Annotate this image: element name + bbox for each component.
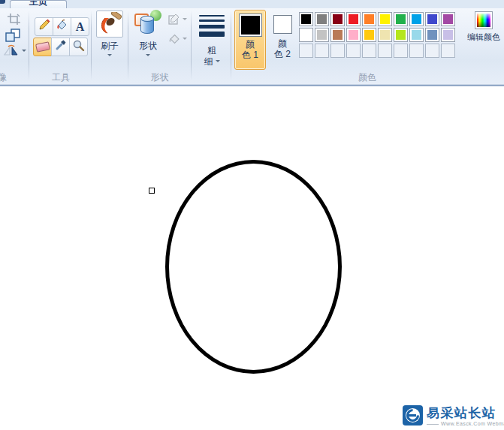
shapes-group-label: 形状 [128, 72, 191, 83]
group-separator [191, 11, 192, 80]
color-swatch-empty[interactable] [425, 44, 439, 58]
drawing-canvas[interactable] [0, 86, 504, 430]
color-swatch[interactable] [330, 12, 345, 26]
edit-colors-icon [475, 11, 493, 29]
color-swatch[interactable] [409, 12, 424, 26]
edit-colors-label: 编辑颜色 [467, 32, 500, 43]
shapes-dropdown-arrow [146, 54, 150, 59]
drawn-ellipse [165, 160, 342, 374]
size-icon [199, 14, 225, 38]
shapes-button-label: 形状 [139, 41, 157, 51]
rotate-button[interactable] [3, 44, 26, 59]
brush-icon [96, 11, 123, 38]
color2-button[interactable]: 颜 色 2 [268, 10, 297, 70]
size-dropdown-arrow [216, 60, 220, 65]
color-swatch[interactable] [394, 28, 408, 42]
watermark: 易采站长站 Www.Easck.Com Webmaster [403, 404, 504, 428]
tools-row-1: A [35, 17, 89, 36]
color-swatch-empty[interactable] [362, 44, 376, 58]
crop-button[interactable] [7, 13, 22, 29]
shapes-gallery-button[interactable]: 形状 [132, 10, 164, 59]
magnifier-tool-button[interactable] [69, 38, 88, 56]
shape-outline-icon [168, 13, 181, 29]
color-swatch[interactable] [394, 12, 408, 26]
tab-home-label: 主页 [29, 0, 47, 8]
shape-fill-icon [168, 32, 181, 48]
window-corner-fragment [0, 0, 5, 4]
color-swatch[interactable] [409, 28, 424, 42]
size-label-line2: 细 [204, 56, 220, 67]
fill-tool-button[interactable] [53, 17, 71, 36]
color-swatch-empty[interactable] [346, 44, 361, 58]
magnifier-icon [72, 39, 85, 55]
resize-button[interactable] [5, 29, 22, 46]
shape-outline-dropdown-arrow [183, 18, 187, 23]
image-group-label: 像 [0, 72, 10, 83]
color-picker-tool-button[interactable] [51, 38, 70, 56]
brushes-button[interactable]: 刷子 [93, 11, 126, 59]
tools-group-label: 工具 [34, 72, 88, 83]
color-swatch[interactable] [346, 28, 361, 42]
edit-colors-button[interactable]: 编辑颜色 [464, 11, 503, 43]
color-swatch[interactable] [299, 12, 313, 26]
text-icon: A [76, 21, 85, 33]
color1-label: 颜 色 1 [242, 39, 258, 60]
watermark-subtitle: Www.Easck.Com Webmaster [441, 421, 504, 426]
color1-button[interactable]: 颜 色 1 [234, 10, 266, 70]
color-swatch[interactable] [362, 28, 376, 42]
crop-icon [7, 15, 22, 28]
color2-swatch [276, 17, 290, 32]
shape-fill-button[interactable] [166, 32, 189, 48]
color-palette [299, 12, 455, 58]
size-button[interactable]: 粗 细 [195, 11, 229, 67]
paint-bucket-icon [56, 19, 68, 35]
color2-label: 颜 色 2 [274, 38, 291, 59]
color-swatch-empty[interactable] [330, 44, 345, 58]
colors-group-label: 颜色 [231, 72, 504, 83]
color1-swatch-frame [239, 14, 262, 37]
brushes-dropdown-arrow [107, 54, 112, 59]
tools-row-2 [33, 38, 88, 56]
color2-swatch-frame [273, 15, 292, 34]
shape-outline-button[interactable] [166, 12, 189, 29]
color-swatch[interactable] [346, 12, 361, 26]
color-swatch[interactable] [362, 12, 376, 26]
size-label-line1: 粗 [207, 45, 216, 56]
brushes-label: 刷子 [101, 41, 119, 51]
color-swatch-empty[interactable] [299, 44, 313, 58]
eraser-tool-button[interactable] [33, 38, 52, 56]
color-swatch[interactable] [441, 28, 455, 42]
color-swatch[interactable] [315, 28, 329, 42]
color-swatch[interactable] [299, 28, 313, 42]
canvas-marker-square [149, 188, 155, 194]
color-swatch[interactable] [441, 12, 455, 26]
tab-home[interactable]: 主页 [10, 0, 67, 8]
shape-fill-dropdown-arrow [183, 38, 187, 42]
color-swatch[interactable] [330, 28, 345, 42]
color-swatch-empty[interactable] [441, 44, 455, 58]
group-separator [91, 11, 92, 80]
rotate-icon [3, 44, 20, 59]
color-swatch-empty[interactable] [409, 44, 424, 58]
group-separator [128, 11, 128, 80]
color-swatch[interactable] [315, 12, 329, 26]
color-swatch[interactable] [425, 28, 439, 42]
watermark-dash [427, 424, 439, 425]
text-tool-button[interactable]: A [71, 17, 89, 36]
color-swatch-empty[interactable] [315, 44, 329, 58]
easck-logo-icon [403, 405, 423, 428]
color-swatch-empty[interactable] [378, 44, 392, 58]
pencil-tool-button[interactable] [35, 17, 53, 36]
resize-icon [5, 32, 22, 45]
group-separator [29, 11, 29, 80]
color1-swatch [241, 16, 260, 35]
watermark-title: 易采站长站 [427, 404, 496, 422]
color-swatch[interactable] [378, 12, 392, 26]
pencil-icon [38, 19, 50, 35]
color-swatch[interactable] [378, 28, 392, 42]
group-separator [231, 11, 231, 80]
color-swatch[interactable] [425, 12, 439, 26]
eyedropper-icon [54, 39, 67, 55]
eraser-icon [35, 41, 50, 53]
color-swatch-empty[interactable] [394, 44, 408, 58]
